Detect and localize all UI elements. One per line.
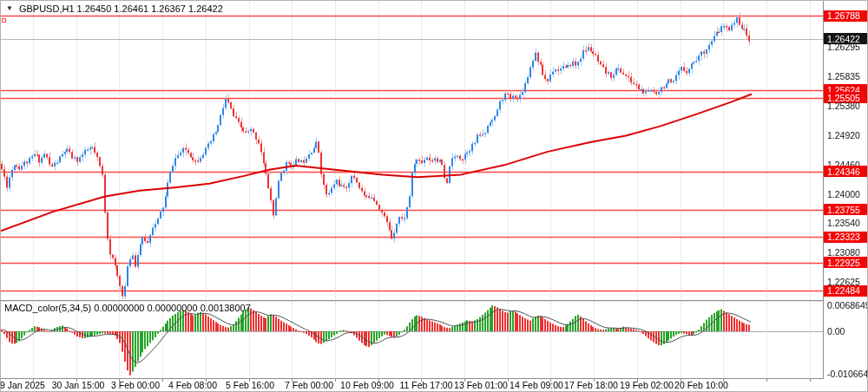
level-price-label: 1.22484: [824, 285, 867, 297]
chart-header: ▼ GBPUSD,H1 1.26450 1.26461 1.26367 1.26…: [6, 3, 223, 14]
time-axis-label: 19 Feb 02:00: [620, 380, 674, 390]
macd-axis-label: -0.0106648: [824, 369, 868, 379]
price-chart-canvas[interactable]: [1, 1, 868, 392]
chart-title: GBPUSD,H1 1.26450 1.26461 1.26367 1.2642…: [19, 3, 223, 14]
level-price-label: 1.23755: [824, 204, 867, 215]
time-axis-label: 3 Feb 00:00: [111, 380, 160, 390]
time-axis-label: 10 Feb 09:00: [340, 380, 394, 390]
macd-axis-label: 0.0068649: [824, 300, 868, 310]
time-axis-label: 13 Feb 01:00: [454, 380, 508, 390]
time-axis-label: 7 Feb 00:00: [285, 380, 333, 390]
level-price-label: 1.23323: [824, 232, 867, 243]
time-axis-label: 14 Feb 09:00: [510, 380, 563, 390]
time-axis-label: 11 Feb 17:00: [399, 380, 452, 390]
mt4-chart-window: ▼ GBPUSD,H1 1.26450 1.26461 1.26367 1.26…: [0, 0, 868, 392]
price-axis-label: 1.25380: [824, 100, 867, 111]
symbol-dropdown-icon[interactable]: ▼: [6, 4, 13, 13]
time-axis-label: 20 Feb 10:00: [674, 380, 728, 390]
level-price-label: 1.24346: [824, 166, 867, 177]
macd-axis-label: 0.00: [824, 326, 845, 336]
price-axis-label: 1.23540: [824, 218, 867, 229]
price-axis-label: 1.26295: [824, 42, 867, 53]
time-axis-label: 4 Feb 08:00: [168, 380, 217, 390]
time-axis-label: 29 Jan 2025: [0, 380, 45, 390]
price-axis-label: 1.24000: [824, 188, 867, 199]
time-axis-label: 17 Feb 18:00: [564, 380, 618, 390]
level-price-label: 1.26788: [824, 10, 867, 22]
price-axis-label: 1.24920: [824, 129, 867, 140]
macd-indicator-label: MACD_color(5,34,5) 0.00000000 0.00000000…: [4, 303, 251, 313]
price-axis-label: 1.25835: [824, 71, 867, 82]
level-price-label: 1.22925: [824, 257, 867, 268]
time-axis-label: 5 Feb 16:00: [226, 380, 274, 390]
time-axis-label: 30 Jan 15:00: [52, 380, 105, 390]
